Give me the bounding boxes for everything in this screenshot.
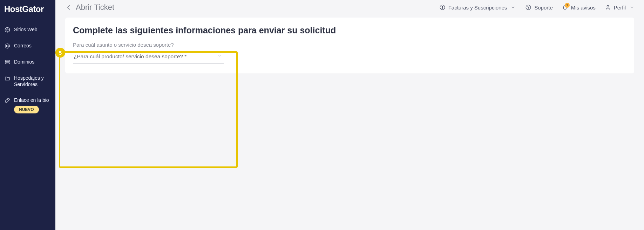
help-circle-icon: [525, 4, 531, 11]
topbar-action-label: Mis avisos: [571, 5, 596, 11]
svg-point-5: [6, 63, 6, 64]
page-title: Abrir Ticket: [76, 3, 114, 12]
sidebar-nav: Sitios Web Correos Dominios Hospedajes y…: [0, 22, 55, 118]
link-icon: [4, 97, 11, 104]
topbar-profile[interactable]: Perfil: [605, 4, 635, 11]
tutorial-step-badge: 5: [55, 48, 65, 58]
chevron-down-icon: [510, 4, 516, 11]
server-icon: [4, 59, 11, 65]
main-area: Abrir Ticket Facturas y Suscripciones So…: [55, 0, 644, 230]
sidebar-item-label: Hospedajes y Servidores: [14, 75, 51, 87]
at-icon: [4, 43, 11, 49]
select-placeholder: ¿Para cuál producto/ servicio desea sopo…: [74, 53, 187, 59]
folder-icon: [4, 75, 11, 81]
sidebar-item-correos[interactable]: Correos: [0, 38, 55, 54]
field-label: Para cuál asunto o servicio desea soport…: [73, 42, 224, 48]
sidebar-item-enlace-bio[interactable]: Enlace en la bio NUEVO: [0, 92, 55, 118]
sidebar-item-sitios-web[interactable]: Sitios Web: [0, 22, 55, 38]
card-heading: Complete las siguientes informaciones pa…: [73, 25, 626, 35]
chevron-down-icon: [629, 4, 635, 11]
notification-count-badge: 1: [565, 3, 570, 8]
back-arrow-icon[interactable]: [65, 4, 72, 11]
sidebar-item-label: Correos: [14, 43, 32, 49]
topbar-action-label: Facturas y Suscripciones: [448, 5, 507, 11]
brand-logo[interactable]: HostGator: [0, 1, 55, 22]
topbar-action-label: Soporte: [534, 5, 553, 11]
tutorial-highlight-box: 5: [59, 51, 238, 168]
product-service-select[interactable]: ¿Para cuál producto/ servicio desea sopo…: [73, 51, 224, 64]
topbar-action-label: Perfil: [614, 5, 626, 11]
topbar-actions: Facturas y Suscripciones Soporte 1 Mis a…: [439, 4, 635, 11]
ticket-form-card: Complete las siguientes informaciones pa…: [65, 18, 634, 73]
svg-point-8: [528, 8, 529, 9]
content-wrap: Complete las siguientes informaciones pa…: [55, 15, 644, 83]
bell-icon: 1: [562, 4, 568, 11]
sidebar: HostGator Sitios Web Correos Dominios Ho…: [0, 0, 55, 230]
sidebar-item-label: Enlace en la bio: [14, 97, 49, 104]
svg-point-4: [6, 61, 6, 61]
topbar-notices[interactable]: 1 Mis avisos: [562, 4, 596, 11]
topbar-support[interactable]: Soporte: [525, 4, 553, 11]
globe-icon: [4, 27, 11, 33]
sidebar-item-hospedajes[interactable]: Hospedajes y Servidores: [0, 70, 55, 92]
topbar-invoices[interactable]: Facturas y Suscripciones: [439, 4, 516, 11]
user-icon: [605, 4, 611, 11]
svg-point-1: [6, 45, 8, 47]
chevron-down-icon: [217, 53, 223, 59]
sidebar-item-dominios[interactable]: Dominios: [0, 54, 55, 70]
new-badge: NUEVO: [14, 106, 39, 113]
form-block: Para cuál asunto o servicio desea soport…: [73, 42, 224, 64]
sidebar-item-label: Sitios Web: [14, 27, 38, 33]
sidebar-item-label: Dominios: [14, 59, 34, 65]
dollar-circle-icon: [439, 4, 446, 11]
svg-point-9: [607, 5, 609, 7]
topbar: Abrir Ticket Facturas y Suscripciones So…: [55, 0, 644, 15]
